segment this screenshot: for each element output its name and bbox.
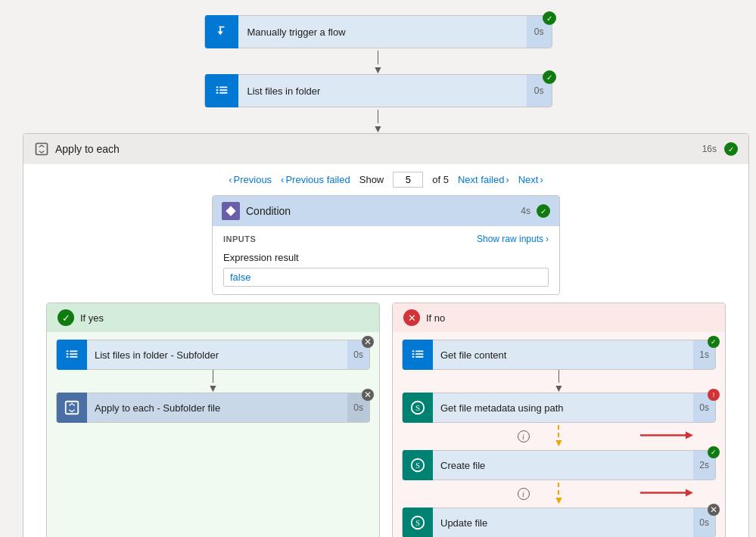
subfolder-list-status: ✕ (362, 336, 374, 348)
condition-block[interactable]: Condition 4s ✓ INPUTS Show raw inputs › (212, 195, 560, 295)
get-file-metadata-icon: S (403, 393, 433, 423)
chevron-left-icon: ‹ (229, 174, 232, 185)
chevron-right-icon: › (540, 174, 543, 185)
trigger-node[interactable]: Manually trigger a flow 0s ✓ (204, 15, 552, 48)
arrow-1: ▼ (23, 51, 733, 74)
update-file-status: ✕ (708, 504, 720, 516)
trigger-icon (205, 15, 238, 48)
create-file-icon: S (403, 450, 433, 480)
inputs-label: INPUTS (223, 234, 256, 244)
if-no-title: If no (426, 312, 445, 324)
connector-overlay-2: i ▼ (402, 480, 716, 508)
subfolder-list-label: List files in folder - Subfolder (87, 349, 347, 361)
create-file-node[interactable]: S Create file 2s ✓ (402, 450, 716, 480)
subfolder-apply-icon (57, 393, 87, 423)
arrow-2: ▼ (23, 110, 733, 133)
get-file-content-node[interactable]: Get file content 1s ✓ (402, 340, 716, 370)
condition-header-left: Condition (222, 202, 291, 220)
previous-failed-link[interactable]: ‹ Previous failed (281, 174, 350, 185)
trigger-label: Manually trigger a flow (238, 26, 527, 38)
if-no-panel: ✕ If no Get file content 1s (392, 303, 726, 537)
list-files-icon (205, 74, 238, 107)
chevron-right-failed-icon: › (506, 174, 509, 185)
branch-arrow-1: ▼ (56, 370, 370, 393)
next-link[interactable]: Next › (518, 174, 543, 185)
apply-each-time: 16s (702, 144, 717, 154)
svg-text:S: S (415, 403, 420, 412)
branches-container: ✓ If yes List files in folder - Subfolde… (31, 303, 741, 537)
apply-each-title: Apply to each (55, 143, 120, 155)
if-yes-panel: ✓ If yes List files in folder - Subfolde… (46, 303, 380, 537)
update-file-label: Update file (433, 517, 693, 529)
list-files-node[interactable]: List files in folder 0s ✓ (204, 74, 552, 107)
subfolder-apply-status: ✕ (362, 389, 374, 401)
get-file-content-label: Get file content (433, 349, 693, 361)
chevron-right-raw-icon: › (546, 234, 549, 244)
update-file-node[interactable]: S Update file 0s ✕ (402, 508, 716, 537)
list-files-label: List files in folder (238, 85, 527, 97)
chevron-left-failed-icon: ‹ (281, 174, 284, 185)
inputs-header: INPUTS Show raw inputs › (223, 234, 549, 244)
subfolder-list-node[interactable]: List files in folder - Subfolder 0s ✕ (56, 340, 370, 370)
page-input[interactable] (393, 172, 423, 188)
svg-text:S: S (415, 461, 420, 470)
condition-inputs: INPUTS Show raw inputs › Expression resu… (213, 226, 559, 294)
pagination-bar: ‹ Previous ‹ Previous failed Show of 5 N… (31, 164, 741, 195)
expression-result-value: false (223, 268, 549, 287)
red-arrow-1 (633, 428, 693, 445)
previous-failed-label: Previous failed (285, 174, 350, 185)
create-file-status: ✓ (708, 446, 720, 458)
apply-each-header-left: Apply to each (34, 141, 120, 157)
branch-arrow-2: ▼ (402, 370, 716, 393)
create-file-label: Create file (433, 460, 693, 471)
subfolder-list-icon (57, 340, 87, 370)
condition-header: Condition 4s ✓ (213, 196, 559, 226)
condition-icon (222, 202, 240, 220)
of-text: of 5 (432, 174, 449, 185)
svg-text:S: S (415, 518, 420, 527)
if-no-body: Get file content 1s ✓ ▼ (393, 332, 725, 537)
get-file-metadata-node[interactable]: S Get file metadata using path 0s ! (402, 393, 716, 423)
if-yes-icon: ✓ (58, 309, 74, 326)
connector-overlay-1: i ▼ (402, 423, 716, 450)
info-icon-2: i (518, 488, 530, 500)
show-raw-label: Show raw inputs (477, 234, 543, 244)
apply-each-inner: ‹ Previous ‹ Previous failed Show of 5 N… (23, 164, 748, 537)
apply-each-header[interactable]: Apply to each 16s ✓ (23, 134, 748, 164)
svg-marker-6 (686, 432, 693, 439)
condition-title: Condition (246, 205, 291, 217)
next-label: Next (518, 174, 539, 185)
list-files-status: ✓ (543, 70, 556, 84)
previous-link[interactable]: ‹ Previous (229, 174, 272, 185)
update-file-icon: S (403, 508, 433, 537)
get-file-content-icon (403, 340, 433, 370)
if-no-header: ✕ If no (393, 303, 725, 332)
svg-marker-10 (686, 489, 693, 497)
trigger-status: ✓ (543, 11, 556, 25)
if-yes-header: ✓ If yes (47, 303, 379, 332)
info-icon-1: i (518, 430, 530, 442)
expression-result-label: Expression result (223, 252, 549, 263)
svg-rect-0 (219, 26, 224, 28)
previous-label: Previous (234, 174, 272, 185)
canvas: Manually trigger a flow 0s ✓ ▼ List file… (0, 0, 756, 537)
apply-each-status: ✓ (724, 142, 738, 156)
red-arrow-2 (633, 486, 693, 503)
apply-each-icon (34, 141, 49, 157)
show-label: Show (359, 174, 384, 185)
if-no-icon: ✕ (403, 309, 420, 326)
condition-status: ✓ (537, 204, 550, 218)
condition-time: 4s (521, 206, 530, 216)
get-file-metadata-status: ! (708, 389, 720, 401)
if-yes-body: List files in folder - Subfolder 0s ✕ ▼ (47, 332, 379, 430)
show-raw-inputs[interactable]: Show raw inputs › (477, 234, 549, 244)
get-file-content-status: ✓ (708, 336, 720, 348)
apply-each-container: Apply to each 16s ✓ ‹ Previous ‹ Previou… (23, 133, 749, 537)
next-failed-link[interactable]: Next failed › (458, 174, 509, 185)
get-file-metadata-label: Get file metadata using path (433, 402, 693, 414)
if-yes-title: If yes (80, 312, 104, 324)
next-failed-label: Next failed (458, 174, 504, 185)
subfolder-apply-label: Apply to each - Subfolder file (87, 402, 347, 414)
subfolder-apply-node[interactable]: Apply to each - Subfolder file 0s ✕ (56, 393, 370, 423)
